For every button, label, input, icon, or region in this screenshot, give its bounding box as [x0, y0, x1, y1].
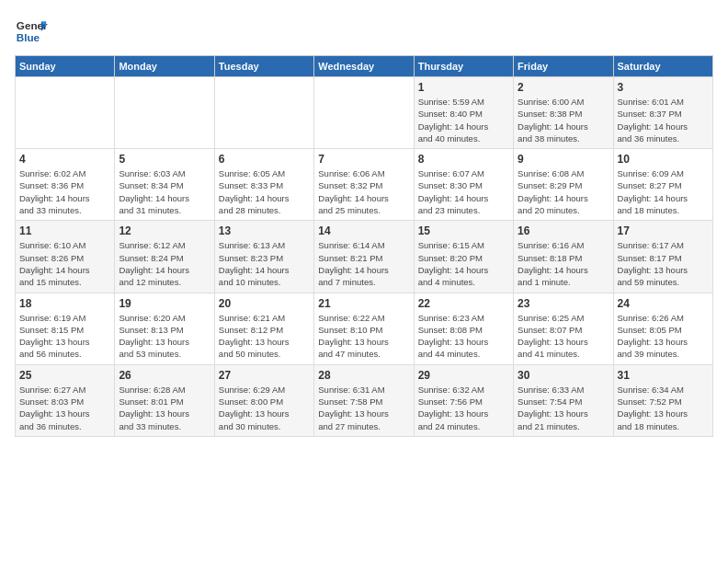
calendar-body: 1Sunrise: 5:59 AMSunset: 8:40 PMDaylight… — [16, 77, 713, 437]
day-number: 8 — [418, 153, 509, 166]
day-cell: 4Sunrise: 6:02 AMSunset: 8:36 PMDaylight… — [16, 149, 115, 221]
day-info: Sunrise: 6:32 AMSunset: 7:56 PMDaylight:… — [418, 384, 509, 432]
day-cell: 18Sunrise: 6:19 AMSunset: 8:15 PMDayligh… — [16, 293, 115, 364]
day-info: Sunrise: 6:03 AMSunset: 8:34 PMDaylight:… — [119, 167, 210, 216]
day-cell: 31Sunrise: 6:34 AMSunset: 7:52 PMDayligh… — [613, 364, 712, 436]
day-info: Sunrise: 5:59 AMSunset: 8:40 PMDaylight:… — [418, 96, 509, 144]
day-number: 18 — [19, 297, 110, 310]
day-info: Sunrise: 6:09 AMSunset: 8:27 PMDaylight:… — [618, 167, 709, 216]
day-number: 20 — [219, 297, 310, 310]
day-cell — [16, 77, 115, 149]
calendar: SundayMondayTuesdayWednesdayThursdayFrid… — [15, 55, 713, 437]
day-cell: 30Sunrise: 6:33 AMSunset: 7:54 PMDayligh… — [514, 364, 613, 436]
day-number: 7 — [318, 153, 409, 166]
day-info: Sunrise: 6:10 AMSunset: 8:26 PMDaylight:… — [19, 239, 110, 288]
day-info: Sunrise: 6:12 AMSunset: 8:24 PMDaylight:… — [119, 239, 210, 288]
header: General Blue — [15, 15, 713, 48]
day-number: 3 — [618, 81, 709, 94]
dow-header-sunday: Sunday — [16, 56, 115, 77]
dow-header-monday: Monday — [115, 56, 214, 77]
day-number: 13 — [219, 224, 310, 237]
day-number: 10 — [618, 153, 709, 166]
day-cell — [115, 77, 214, 149]
day-cell: 11Sunrise: 6:10 AMSunset: 8:26 PMDayligh… — [16, 221, 115, 293]
day-info: Sunrise: 6:01 AMSunset: 8:37 PMDaylight:… — [618, 96, 709, 144]
day-number: 26 — [119, 369, 210, 382]
day-info: Sunrise: 6:25 AMSunset: 8:07 PMDaylight:… — [518, 312, 609, 361]
day-cell: 17Sunrise: 6:17 AMSunset: 8:17 PMDayligh… — [613, 221, 712, 293]
dow-header-friday: Friday — [514, 56, 613, 77]
day-number: 9 — [518, 153, 609, 166]
day-number: 21 — [318, 297, 409, 310]
day-info: Sunrise: 6:17 AMSunset: 8:17 PMDaylight:… — [618, 239, 709, 288]
day-cell: 25Sunrise: 6:27 AMSunset: 8:03 PMDayligh… — [16, 364, 115, 436]
logo: General Blue — [15, 15, 48, 48]
day-info: Sunrise: 6:07 AMSunset: 8:30 PMDaylight:… — [418, 167, 509, 216]
day-number: 12 — [119, 224, 210, 237]
day-cell: 5Sunrise: 6:03 AMSunset: 8:34 PMDaylight… — [115, 149, 214, 221]
day-number: 31 — [618, 369, 709, 382]
day-cell: 10Sunrise: 6:09 AMSunset: 8:27 PMDayligh… — [613, 149, 712, 221]
day-cell: 23Sunrise: 6:25 AMSunset: 8:07 PMDayligh… — [514, 293, 613, 364]
day-number: 11 — [19, 224, 110, 237]
day-info: Sunrise: 6:27 AMSunset: 8:03 PMDaylight:… — [19, 384, 110, 432]
day-number: 30 — [518, 369, 609, 382]
day-cell: 2Sunrise: 6:00 AMSunset: 8:38 PMDaylight… — [514, 77, 613, 149]
day-number: 5 — [119, 153, 210, 166]
day-number: 1 — [418, 81, 509, 94]
day-info: Sunrise: 6:08 AMSunset: 8:29 PMDaylight:… — [518, 167, 609, 216]
day-info: Sunrise: 6:31 AMSunset: 7:58 PMDaylight:… — [318, 384, 409, 432]
week-row-5: 25Sunrise: 6:27 AMSunset: 8:03 PMDayligh… — [16, 364, 713, 436]
day-number: 25 — [19, 369, 110, 382]
day-info: Sunrise: 6:19 AMSunset: 8:15 PMDaylight:… — [19, 312, 110, 361]
day-info: Sunrise: 6:28 AMSunset: 8:01 PMDaylight:… — [119, 384, 210, 432]
day-number: 17 — [618, 224, 709, 237]
day-cell: 22Sunrise: 6:23 AMSunset: 8:08 PMDayligh… — [414, 293, 513, 364]
day-info: Sunrise: 6:02 AMSunset: 8:36 PMDaylight:… — [19, 167, 110, 216]
dow-header-saturday: Saturday — [613, 56, 712, 77]
day-info: Sunrise: 6:21 AMSunset: 8:12 PMDaylight:… — [219, 312, 310, 361]
day-cell: 8Sunrise: 6:07 AMSunset: 8:30 PMDaylight… — [414, 149, 513, 221]
day-info: Sunrise: 6:20 AMSunset: 8:13 PMDaylight:… — [119, 312, 210, 361]
day-number: 2 — [518, 81, 609, 94]
day-number: 24 — [618, 297, 709, 310]
day-info: Sunrise: 6:06 AMSunset: 8:32 PMDaylight:… — [318, 167, 409, 216]
day-cell: 1Sunrise: 5:59 AMSunset: 8:40 PMDaylight… — [414, 77, 513, 149]
day-info: Sunrise: 6:13 AMSunset: 8:23 PMDaylight:… — [219, 239, 310, 288]
day-cell: 27Sunrise: 6:29 AMSunset: 8:00 PMDayligh… — [214, 364, 313, 436]
day-number: 23 — [518, 297, 609, 310]
day-number: 28 — [318, 369, 409, 382]
day-of-week-row: SundayMondayTuesdayWednesdayThursdayFrid… — [16, 56, 713, 77]
day-info: Sunrise: 6:14 AMSunset: 8:21 PMDaylight:… — [318, 239, 409, 288]
day-info: Sunrise: 6:16 AMSunset: 8:18 PMDaylight:… — [518, 239, 609, 288]
week-row-3: 11Sunrise: 6:10 AMSunset: 8:26 PMDayligh… — [16, 221, 713, 293]
day-cell: 28Sunrise: 6:31 AMSunset: 7:58 PMDayligh… — [314, 364, 414, 436]
logo-icon: General Blue — [15, 15, 48, 48]
day-cell: 20Sunrise: 6:21 AMSunset: 8:12 PMDayligh… — [214, 293, 313, 364]
dow-header-wednesday: Wednesday — [314, 56, 414, 77]
day-info: Sunrise: 6:29 AMSunset: 8:00 PMDaylight:… — [219, 384, 310, 432]
day-cell: 13Sunrise: 6:13 AMSunset: 8:23 PMDayligh… — [214, 221, 313, 293]
day-info: Sunrise: 6:34 AMSunset: 7:52 PMDaylight:… — [618, 384, 709, 432]
day-info: Sunrise: 6:15 AMSunset: 8:20 PMDaylight:… — [418, 239, 509, 288]
day-number: 22 — [418, 297, 509, 310]
day-number: 14 — [318, 224, 409, 237]
day-number: 16 — [518, 224, 609, 237]
day-number: 4 — [19, 153, 110, 166]
day-info: Sunrise: 6:05 AMSunset: 8:33 PMDaylight:… — [219, 167, 310, 216]
day-cell: 15Sunrise: 6:15 AMSunset: 8:20 PMDayligh… — [414, 221, 513, 293]
day-number: 15 — [418, 224, 509, 237]
week-row-1: 1Sunrise: 5:59 AMSunset: 8:40 PMDaylight… — [16, 77, 713, 149]
day-number: 27 — [219, 369, 310, 382]
svg-text:Blue: Blue — [17, 31, 40, 43]
day-cell: 26Sunrise: 6:28 AMSunset: 8:01 PMDayligh… — [115, 364, 214, 436]
day-cell: 21Sunrise: 6:22 AMSunset: 8:10 PMDayligh… — [314, 293, 414, 364]
day-cell: 14Sunrise: 6:14 AMSunset: 8:21 PMDayligh… — [314, 221, 414, 293]
day-info: Sunrise: 6:26 AMSunset: 8:05 PMDaylight:… — [618, 312, 709, 361]
day-info: Sunrise: 6:00 AMSunset: 8:38 PMDaylight:… — [518, 96, 609, 144]
day-cell: 6Sunrise: 6:05 AMSunset: 8:33 PMDaylight… — [214, 149, 313, 221]
day-cell: 3Sunrise: 6:01 AMSunset: 8:37 PMDaylight… — [613, 77, 712, 149]
day-cell: 16Sunrise: 6:16 AMSunset: 8:18 PMDayligh… — [514, 221, 613, 293]
day-cell — [214, 77, 313, 149]
day-info: Sunrise: 6:33 AMSunset: 7:54 PMDaylight:… — [518, 384, 609, 432]
